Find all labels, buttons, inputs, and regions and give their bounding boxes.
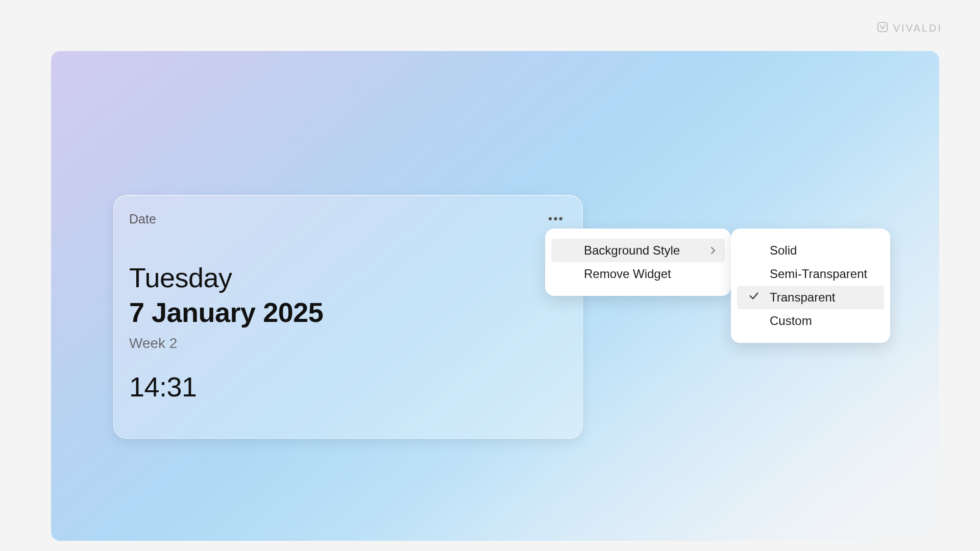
submenu-item-transparent[interactable]: Transparent: [737, 286, 884, 309]
context-menu: Background Style Remove Widget: [545, 229, 731, 296]
menu-item-label: Remove Widget: [584, 267, 671, 281]
menu-item-label: Semi-Transparent: [770, 267, 867, 281]
check-icon: [748, 290, 760, 305]
submenu-item-semi-transparent[interactable]: Semi-Transparent: [737, 262, 884, 286]
widget-more-button[interactable]: •••: [545, 211, 567, 227]
menu-item-background-style[interactable]: Background Style: [551, 239, 725, 262]
menu-item-label: Solid: [770, 243, 797, 258]
svg-rect-0: [878, 22, 887, 32]
widget-title: Date: [129, 212, 156, 227]
menu-item-label: Transparent: [770, 290, 836, 305]
full-date: 7 January 2025: [129, 296, 567, 328]
ellipsis-icon: •••: [548, 212, 564, 226]
day-of-week: Tuesday: [129, 262, 567, 293]
week-label: Week 2: [129, 335, 567, 352]
widget-header: Date •••: [129, 211, 567, 227]
menu-item-label: Custom: [770, 314, 812, 328]
menu-item-label: Background Style: [584, 243, 680, 258]
chevron-right-icon: [709, 243, 717, 258]
menu-item-remove-widget[interactable]: Remove Widget: [551, 262, 725, 286]
brand-name: VIVALDI: [893, 22, 942, 34]
background-style-submenu: Solid Semi-Transparent Transparent Custo…: [731, 229, 890, 343]
brand-logo: VIVALDI: [877, 21, 942, 35]
date-widget-card[interactable]: Date ••• Tuesday 7 January 2025 Week 2 1…: [113, 195, 583, 439]
time-value: 14:31: [129, 371, 567, 403]
vivaldi-icon: [877, 21, 888, 35]
submenu-item-custom[interactable]: Custom: [737, 309, 884, 333]
submenu-item-solid[interactable]: Solid: [737, 239, 884, 262]
